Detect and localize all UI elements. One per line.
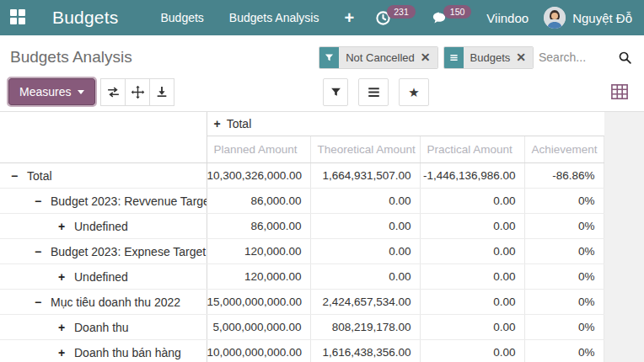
menu-item-budgets[interactable]: Budgets: [160, 11, 203, 24]
cell-planned: 10,000,000,000.00: [207, 340, 310, 362]
favorites-button[interactable]: ★: [399, 78, 429, 106]
cell-theoretical: 1,664,931,507.00: [310, 163, 420, 189]
move-arrows-icon: [131, 85, 145, 99]
cell-achievement: 0%: [524, 189, 604, 214]
cell-planned: 5,000,000,000.00: [207, 315, 310, 340]
cell-theoretical: 2,424,657,534.00: [310, 290, 420, 315]
row-header[interactable]: −Budget 2023: Revvenue Target: [0, 189, 207, 214]
filter-icon: [319, 47, 339, 68]
facet-label: Budgets: [470, 51, 511, 64]
cell-theoretical: 0.00: [310, 264, 420, 290]
collapse-icon[interactable]: −: [32, 245, 44, 258]
cell-practical: 0.00: [420, 315, 524, 340]
cell-achievement: 0%: [524, 264, 604, 290]
facet-budgets: Budgets ✕: [443, 46, 534, 69]
plus-icon[interactable]: +: [344, 9, 354, 26]
control-panel: Budgets Analysis Not Cancelled ✕ B: [0, 35, 644, 112]
table-row: −Budget 2023: Revvenue Target 86,000.00 …: [0, 189, 604, 214]
cell-theoretical: 0.00: [310, 189, 420, 214]
row-header[interactable]: −Total: [0, 163, 207, 189]
table-row: +Undefined 120,000.00 0.00 0.00 0%: [0, 264, 604, 290]
chevron-down-icon: [78, 90, 84, 94]
collapse-icon[interactable]: −: [32, 295, 44, 309]
messages-button[interactable]: 150: [431, 10, 472, 26]
table-row: −Mục tiêu doanh thu 2022 15,000,000,000.…: [0, 290, 604, 315]
pivot-corner-cell: [0, 112, 207, 163]
cell-planned: 86,000.00: [207, 189, 310, 214]
top-menu: Budgets Budgets Analysis: [160, 11, 319, 24]
expand-icon[interactable]: +: [214, 117, 221, 130]
apps-menu-icon[interactable]: [10, 9, 27, 26]
row-header[interactable]: +Doanh thu bán hàng: [0, 340, 207, 362]
cell-achievement: 0%: [524, 315, 604, 340]
cell-planned: 86,000.00: [207, 214, 310, 239]
cell-planned: 15,000,000,000.00: [207, 290, 310, 315]
row-header[interactable]: +Doanh thu: [0, 315, 207, 340]
cell-practical: -1,446,136,986.00: [420, 163, 524, 189]
flip-axis-button[interactable]: [100, 78, 126, 106]
cell-theoretical: 1,616,438,356.00: [310, 340, 420, 362]
cell-planned: 120,000.00: [207, 264, 310, 290]
collapse-icon[interactable]: −: [8, 169, 20, 183]
activities-button[interactable]: 231: [375, 10, 416, 26]
col-header-achievement[interactable]: Achievement: [524, 136, 604, 163]
col-header-theoretical-amount[interactable]: Theoretical Amount: [310, 136, 420, 163]
cell-achievement: 0%: [524, 239, 604, 264]
table-row: −Total 10,300,326,000.00 1,664,931,507.0…: [0, 163, 604, 189]
group-by-icon: [444, 47, 464, 68]
facet-label: Not Cancelled: [346, 51, 415, 64]
expand-all-button[interactable]: [125, 78, 150, 106]
pivot-table: +Total Planned Amount Theoretical Amount…: [0, 112, 604, 362]
row-header[interactable]: +Undefined: [0, 264, 207, 290]
cell-theoretical: 0.00: [310, 214, 420, 239]
search-input[interactable]: [539, 51, 613, 64]
search-icon[interactable]: [614, 51, 636, 65]
app-title[interactable]: Budgets: [52, 8, 118, 28]
activity-count-badge: 231: [387, 5, 416, 19]
expand-icon[interactable]: +: [56, 270, 67, 284]
cell-planned: 120,000.00: [207, 239, 310, 264]
cell-practical: 0.00: [420, 290, 524, 315]
cell-achievement: 0%: [524, 340, 604, 362]
search-bar: Not Cancelled ✕ Budgets ✕: [319, 46, 636, 69]
company-name[interactable]: Viindoo: [486, 11, 529, 25]
avatar: [544, 7, 566, 29]
bars-icon: [368, 87, 380, 98]
expand-icon[interactable]: +: [56, 321, 67, 334]
menu-item-budgets-analysis[interactable]: Budgets Analysis: [229, 11, 319, 24]
row-header[interactable]: −Budget 2023: Expnese Target: [0, 239, 207, 264]
collapse-icon[interactable]: −: [32, 194, 44, 208]
download-icon: [155, 85, 169, 98]
swap-arrows-icon: [106, 85, 121, 99]
download-button[interactable]: [149, 78, 174, 106]
row-header[interactable]: +Undefined: [0, 214, 207, 239]
expand-icon[interactable]: +: [56, 346, 67, 359]
filters-button[interactable]: [323, 78, 348, 106]
col-header-planned-amount[interactable]: Planned Amount: [207, 136, 310, 163]
cell-achievement: -86.86%: [524, 163, 604, 189]
column-group-total[interactable]: +Total: [207, 112, 604, 136]
cell-practical: 0.00: [420, 214, 524, 239]
table-row: +Undefined 86,000.00 0.00 0.00 0%: [0, 214, 604, 239]
pivot-toolbar: Measures: [0, 72, 644, 111]
filter-icon: [330, 87, 341, 98]
pivot-view-switcher[interactable]: [607, 80, 632, 104]
facet-remove-icon[interactable]: ✕: [516, 51, 526, 63]
table-row: +Doanh thu bán hàng 10,000,000,000.00 1,…: [0, 340, 604, 362]
group-by-button[interactable]: [358, 78, 389, 106]
cell-achievement: 0%: [524, 290, 604, 315]
table-row: −Budget 2023: Expnese Target 120,000.00 …: [0, 239, 604, 264]
table-row: +Doanh thu 5,000,000,000.00 808,219,178.…: [0, 315, 604, 340]
row-header[interactable]: −Mục tiêu doanh thu 2022: [0, 290, 207, 315]
cell-theoretical: 0.00: [310, 239, 420, 264]
cell-achievement: 0%: [524, 214, 604, 239]
measures-button[interactable]: Measures: [8, 78, 95, 105]
facet-remove-icon[interactable]: ✕: [421, 51, 431, 63]
pivot-table-area: +Total Planned Amount Theoretical Amount…: [0, 112, 644, 362]
user-menu[interactable]: Nguyệt Đỗ: [544, 7, 632, 29]
cell-practical: 0.00: [420, 264, 524, 290]
col-header-practical-amount[interactable]: Practical Amount: [420, 136, 524, 163]
expand-icon[interactable]: +: [56, 220, 67, 233]
cell-planned: 10,300,326,000.00: [207, 163, 310, 189]
page-title: Budgets Analysis: [10, 48, 132, 67]
